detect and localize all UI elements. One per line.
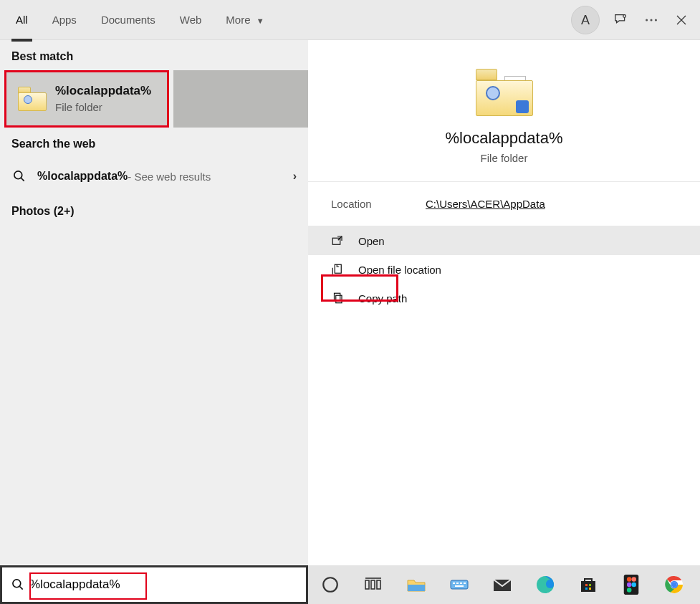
folder-open-icon xyxy=(331,263,347,276)
svg-point-30 xyxy=(627,583,632,588)
close-icon[interactable] xyxy=(673,11,690,29)
svg-rect-20 xyxy=(455,585,464,587)
detail-title: %localappdata% xyxy=(308,129,700,148)
cortana-icon[interactable] xyxy=(318,572,342,597)
search-input[interactable] xyxy=(25,576,306,593)
taskbar xyxy=(308,565,700,604)
folder-icon xyxy=(18,87,47,111)
svg-rect-22 xyxy=(581,581,595,592)
web-result-suffix: - See web results xyxy=(128,171,211,183)
chrome-icon[interactable] xyxy=(662,572,686,597)
best-match-text: %localappdata% File folder xyxy=(55,83,151,114)
svg-rect-18 xyxy=(460,583,462,584)
location-value[interactable]: C:\Users\ACER\AppData xyxy=(426,198,545,210)
action-list: Open Open file location Copy path xyxy=(308,226,700,312)
svg-point-0 xyxy=(623,15,626,18)
web-result-row[interactable]: %localappdata% - See web results › xyxy=(0,158,308,195)
best-match-item[interactable]: %localappdata% File folder xyxy=(4,70,169,128)
location-row: Location C:\Users\ACER\AppData xyxy=(308,181,700,226)
action-open-location-label: Open file location xyxy=(358,264,441,276)
tab-all[interactable]: All xyxy=(14,9,29,30)
svg-point-32 xyxy=(627,588,632,593)
svg-point-3 xyxy=(655,19,657,21)
search-web-heading: Search the web xyxy=(0,128,308,158)
detail-pane: %localappdata% File folder Location C:\U… xyxy=(308,40,700,565)
action-copy-path-label: Copy path xyxy=(358,292,407,305)
svg-rect-15 xyxy=(451,580,468,589)
svg-rect-14 xyxy=(408,585,425,591)
svg-rect-16 xyxy=(453,583,455,584)
search-icon xyxy=(11,169,27,183)
svg-rect-11 xyxy=(365,580,369,589)
photos-heading[interactable]: Photos (2+) xyxy=(0,195,308,225)
svg-rect-23 xyxy=(585,584,588,586)
tab-web[interactable]: Web xyxy=(178,9,203,30)
action-copy-path[interactable]: Copy path xyxy=(308,284,700,312)
svg-rect-7 xyxy=(335,293,340,301)
search-bar[interactable] xyxy=(0,565,308,604)
best-match-row: %localappdata% File folder xyxy=(0,70,308,128)
best-match-selection-bg xyxy=(173,70,308,128)
tab-apps[interactable]: Apps xyxy=(51,9,78,30)
svg-point-29 xyxy=(631,577,636,582)
chevron-down-icon: ▼ xyxy=(256,16,264,25)
svg-point-36 xyxy=(672,583,677,588)
svg-rect-13 xyxy=(377,580,380,589)
svg-rect-17 xyxy=(456,583,459,584)
location-label: Location xyxy=(331,198,426,210)
header-right: A xyxy=(571,6,690,34)
more-options-icon[interactable] xyxy=(643,11,660,29)
avatar[interactable]: A xyxy=(571,6,600,34)
svg-rect-8 xyxy=(336,295,342,303)
figma-icon[interactable] xyxy=(619,572,643,597)
search-icon xyxy=(11,577,25,592)
store-icon[interactable] xyxy=(576,572,600,597)
action-open-location[interactable]: Open file location xyxy=(308,255,700,284)
main-area: Best match %localappdata% File folder Se… xyxy=(0,40,700,565)
svg-point-1 xyxy=(646,19,648,21)
search-header: All Apps Documents Web More ▼ A xyxy=(0,0,700,40)
detail-subtitle: File folder xyxy=(308,152,700,164)
keyboard-app-icon[interactable] xyxy=(447,572,471,597)
filter-tabs: All Apps Documents Web More ▼ xyxy=(14,9,266,30)
action-open-label: Open xyxy=(358,235,385,247)
svg-point-10 xyxy=(323,577,337,592)
svg-point-9 xyxy=(13,580,21,588)
svg-rect-19 xyxy=(464,583,466,584)
svg-rect-24 xyxy=(589,584,591,586)
svg-point-4 xyxy=(14,171,22,179)
chevron-right-icon: › xyxy=(293,170,297,183)
svg-rect-6 xyxy=(335,264,341,273)
results-pane: Best match %localappdata% File folder Se… xyxy=(0,40,308,565)
best-match-heading: Best match xyxy=(0,40,308,70)
edge-icon[interactable] xyxy=(533,572,557,597)
tab-documents[interactable]: Documents xyxy=(100,9,157,30)
web-result-query: %localappdata% xyxy=(37,170,128,183)
svg-point-28 xyxy=(627,577,632,582)
copy-icon xyxy=(331,292,347,305)
mail-icon[interactable] xyxy=(490,572,514,597)
action-open[interactable]: Open xyxy=(308,226,700,255)
feedback-icon[interactable] xyxy=(613,11,630,29)
best-match-subtitle: File folder xyxy=(55,100,151,115)
open-icon xyxy=(331,234,347,247)
task-view-icon[interactable] xyxy=(361,572,385,597)
svg-rect-26 xyxy=(589,588,591,590)
svg-rect-25 xyxy=(585,588,588,590)
tab-more-label: More xyxy=(226,14,250,26)
best-match-title: %localappdata% xyxy=(55,83,151,99)
svg-point-2 xyxy=(650,19,652,21)
file-explorer-icon[interactable] xyxy=(404,572,428,597)
svg-rect-12 xyxy=(371,580,375,589)
folder-large-icon xyxy=(476,69,533,116)
tab-more[interactable]: More ▼ xyxy=(224,9,265,30)
svg-point-31 xyxy=(631,583,636,588)
